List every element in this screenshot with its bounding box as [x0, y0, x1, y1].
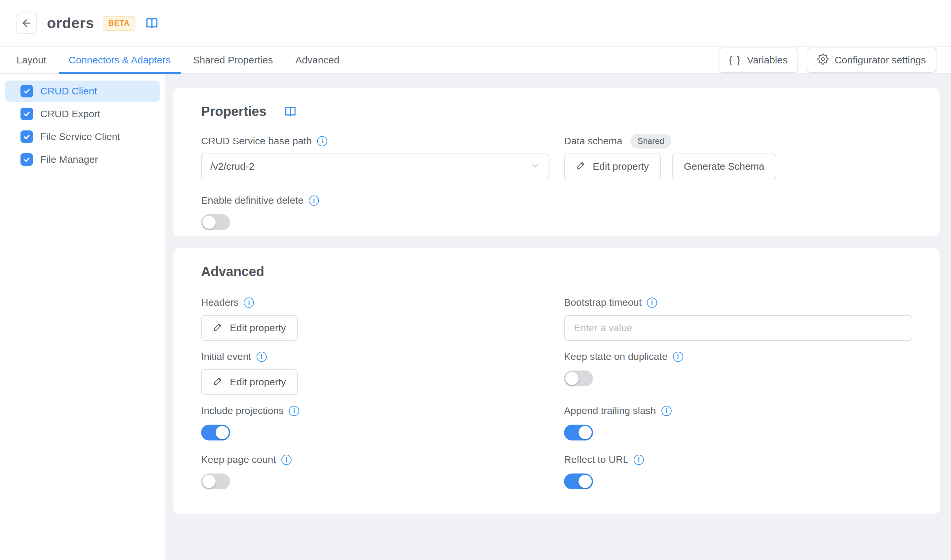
keep-page-count-toggle[interactable]: [201, 474, 230, 489]
keep-state-on-duplicate-label: Keep state on duplicate: [564, 351, 668, 362]
append-trailing-slash-field: Append trailing slash i: [564, 403, 913, 440]
info-icon[interactable]: i: [662, 406, 672, 416]
initial-event-label: Initial event: [201, 351, 251, 362]
keep-page-count-field: Keep page count i: [201, 452, 549, 489]
data-schema-label: Data schema: [564, 135, 622, 146]
info-icon[interactable]: i: [244, 297, 254, 308]
sidebar-item-crud-client[interactable]: CRUD Client: [5, 81, 160, 102]
data-schema-edit-property-button[interactable]: Edit property: [564, 154, 661, 179]
include-projections-label: Include projections: [201, 405, 284, 416]
info-icon[interactable]: i: [257, 352, 267, 362]
crud-base-path-label: CRUD Service base path: [201, 135, 312, 146]
tab-connectors-adapters[interactable]: Connectors & Adapters: [57, 47, 182, 73]
tab-layout[interactable]: Layout: [5, 47, 57, 73]
check-icon: [23, 87, 31, 95]
reflect-to-url-toggle[interactable]: [564, 474, 593, 489]
tabbar: Layout Connectors & Adapters Shared Prop…: [0, 46, 951, 74]
advanced-card: Advanced Headers i Edit property: [173, 248, 940, 514]
reflect-to-url-label: Reflect to URL: [564, 454, 628, 465]
bootstrap-timeout-field: Bootstrap timeout i: [564, 295, 913, 341]
initial-event-field: Initial event i Edit property: [201, 349, 549, 395]
sidebar-item-label: File Manager: [40, 154, 98, 165]
tabbar-actions: { } Variables Configurator settings: [719, 47, 937, 73]
variables-button[interactable]: { } Variables: [719, 48, 798, 72]
sidebar-item-crud-export[interactable]: CRUD Export: [5, 103, 160, 125]
include-projections-toggle[interactable]: [201, 425, 230, 440]
sidebar-item-file-manager[interactable]: File Manager: [5, 149, 160, 170]
info-icon[interactable]: i: [634, 455, 644, 465]
beta-badge: BETA: [103, 16, 135, 31]
sidebar-item-label: File Service Client: [40, 131, 120, 142]
back-button[interactable]: [16, 12, 37, 34]
crud-base-path-value: /v2/crud-2: [210, 161, 254, 172]
sidebar-item-file-service-client[interactable]: File Service Client: [5, 126, 160, 147]
pencil-icon: [213, 322, 223, 334]
pencil-icon: [576, 160, 586, 173]
definitive-delete-label: Enable definitive delete: [201, 195, 303, 206]
checkbox-file-service-client[interactable]: [20, 131, 33, 143]
topbar: orders BETA: [0, 0, 951, 46]
pencil-icon: [213, 376, 223, 388]
bootstrap-timeout-input[interactable]: [564, 315, 913, 341]
configurator-page: orders BETA Layout Connectors & Adapters…: [0, 0, 951, 560]
append-trailing-slash-label: Append trailing slash: [564, 405, 656, 416]
headers-label: Headers: [201, 297, 239, 308]
check-icon: [23, 133, 31, 141]
checkbox-file-manager[interactable]: [20, 153, 33, 166]
properties-card: Properties CRUD Service base path i /: [173, 88, 940, 236]
tabs: Layout Connectors & Adapters Shared Prop…: [5, 47, 351, 73]
data-schema-field: Data schema Shared Edit property Generat…: [564, 134, 913, 179]
definitive-delete-field: Enable definitive delete i: [201, 193, 913, 230]
check-icon: [23, 110, 31, 118]
checkbox-crud-export[interactable]: [20, 108, 33, 120]
page-title: orders: [47, 14, 94, 32]
tab-advanced[interactable]: Advanced: [284, 47, 350, 73]
configurator-settings-button[interactable]: Configurator settings: [807, 48, 937, 72]
properties-section-title: Properties: [201, 104, 266, 119]
info-icon[interactable]: i: [647, 297, 657, 308]
info-icon[interactable]: i: [317, 136, 327, 146]
keep-state-on-duplicate-field: Keep state on duplicate i: [564, 349, 913, 395]
headers-edit-property-button[interactable]: Edit property: [201, 315, 298, 341]
info-icon[interactable]: i: [673, 352, 683, 362]
sidebar: CRUD Client CRUD Export File Service Cli…: [0, 74, 165, 560]
initial-event-edit-property-button[interactable]: Edit property: [201, 369, 298, 395]
crud-base-path-select[interactable]: /v2/crud-2: [201, 154, 549, 179]
gear-icon: [817, 54, 828, 67]
properties-docs-book-icon[interactable]: [284, 105, 297, 118]
checkbox-crud-client[interactable]: [20, 85, 33, 97]
docs-book-icon[interactable]: [145, 17, 158, 30]
check-icon: [23, 155, 31, 163]
arrow-left-icon: [21, 17, 32, 29]
reflect-to-url-field: Reflect to URL i: [564, 452, 913, 489]
crud-base-path-field: CRUD Service base path i /v2/crud-2: [201, 134, 549, 179]
keep-page-count-label: Keep page count: [201, 454, 276, 465]
info-icon[interactable]: i: [309, 195, 319, 206]
info-icon[interactable]: i: [289, 406, 299, 416]
definitive-delete-toggle[interactable]: [201, 214, 230, 230]
generate-schema-button[interactable]: Generate Schema: [672, 154, 776, 179]
braces-icon: { }: [729, 55, 741, 66]
main-panel: Properties CRUD Service base path i /: [165, 74, 951, 560]
bootstrap-timeout-label: Bootstrap timeout: [564, 297, 642, 308]
shared-badge: Shared: [630, 134, 672, 149]
info-icon[interactable]: i: [282, 455, 292, 465]
keep-state-on-duplicate-toggle[interactable]: [564, 371, 593, 386]
include-projections-field: Include projections i: [201, 403, 549, 440]
advanced-section-title: Advanced: [201, 264, 264, 279]
chevron-down-icon: [530, 160, 540, 173]
content: CRUD Client CRUD Export File Service Cli…: [0, 74, 951, 560]
headers-field: Headers i Edit property: [201, 295, 549, 341]
append-trailing-slash-toggle[interactable]: [564, 425, 593, 440]
tab-shared-properties[interactable]: Shared Properties: [182, 47, 284, 73]
sidebar-item-label: CRUD Client: [40, 86, 97, 97]
sidebar-item-label: CRUD Export: [40, 108, 100, 120]
